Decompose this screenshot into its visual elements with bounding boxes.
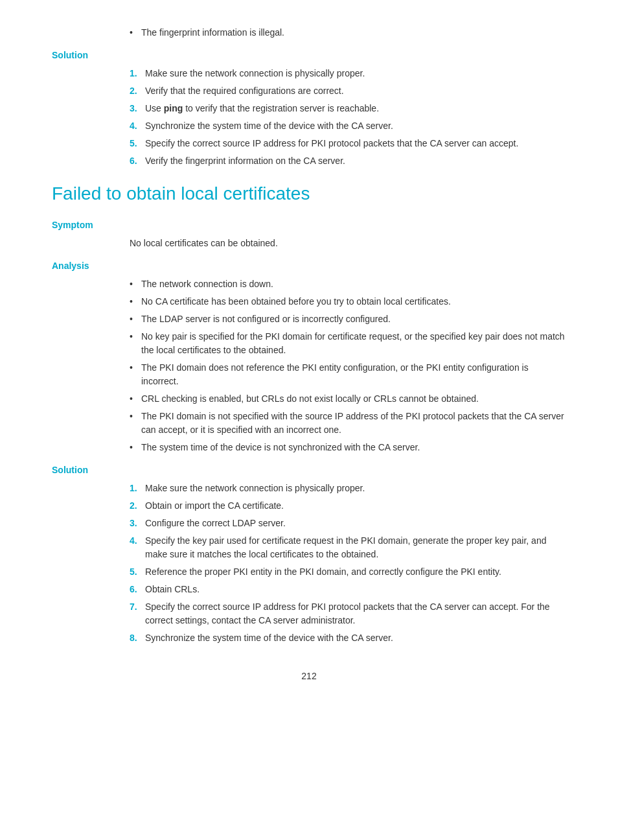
solution-item-3: 3. Configure the correct LDAP server. (130, 517, 566, 530)
solution-item-1: 1. Make sure the network connection is p… (130, 482, 566, 495)
analysis-item-1: The network connection is down. (130, 277, 566, 291)
analysis-item-8: The system time of the device is not syn… (130, 441, 566, 454)
top-bullet-item-1: The fingerprint information is illegal. (130, 26, 566, 40)
solution-item-2: 2. Obtain or import the CA certificate. (130, 499, 566, 513)
top-solution-heading: Solution (52, 50, 566, 60)
symptom-section: Symptom No local certificates can be obt… (52, 220, 566, 250)
solution-heading: Solution (52, 465, 566, 475)
analysis-item-5: The PKI domain does not reference the PK… (130, 361, 566, 388)
top-bullet-section: The fingerprint information is illegal. (52, 26, 566, 40)
analysis-section: Analysis The network connection is down.… (52, 261, 566, 454)
solution-item-7: 7. Specify the correct source IP address… (130, 600, 566, 627)
solution-item-6: 6. Obtain CRLs. (130, 583, 566, 596)
analysis-item-7: The PKI domain is not specified with the… (130, 410, 566, 437)
solution-list: 1. Make sure the network connection is p… (130, 482, 566, 645)
chapter-title: Failed to obtain local certificates (52, 183, 566, 204)
top-bullet-list: The fingerprint information is illegal. (130, 26, 566, 40)
solution-section: Solution 1. Make sure the network connec… (52, 465, 566, 645)
top-solution-item-3: 3. Use ping to verify that the registrat… (130, 102, 566, 115)
top-solution-item-6: 6. Verify the fingerprint information on… (130, 154, 566, 168)
symptom-heading: Symptom (52, 220, 566, 230)
analysis-item-4: No key pair is specified for the PKI dom… (130, 330, 566, 357)
top-solution-item-2: 2. Verify that the required configuratio… (130, 84, 566, 98)
top-solution-item-5: 5. Specify the correct source IP address… (130, 137, 566, 150)
symptom-text: No local certificates can be obtained. (130, 237, 566, 250)
solution-item-8: 8. Synchronize the system time of the de… (130, 631, 566, 645)
top-solution-item-1: 1. Make sure the network connection is p… (130, 67, 566, 80)
solution-item-5: 5. Reference the proper PKI entity in th… (130, 565, 566, 579)
analysis-item-6: CRL checking is enabled, but CRLs do not… (130, 392, 566, 406)
analysis-list: The network connection is down. No CA ce… (130, 277, 566, 454)
solution-item-4: 4. Specify the key pair used for certifi… (130, 534, 566, 561)
analysis-item-3: The LDAP server is not configured or is … (130, 312, 566, 326)
top-solution-section: Solution 1. Make sure the network connec… (52, 50, 566, 168)
analysis-heading: Analysis (52, 261, 566, 271)
page-number: 212 (52, 671, 566, 681)
top-solution-item-4: 4. Synchronize the system time of the de… (130, 119, 566, 133)
top-solution-list: 1. Make sure the network connection is p… (130, 67, 566, 168)
analysis-item-2: No CA certificate has been obtained befo… (130, 295, 566, 309)
